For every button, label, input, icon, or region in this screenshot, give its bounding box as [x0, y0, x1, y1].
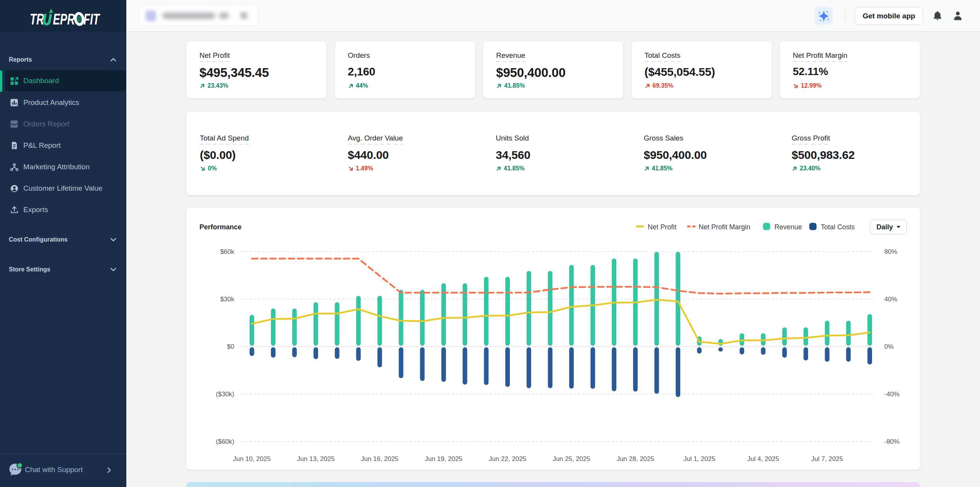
svg-text:Jun 16, 2025: Jun 16, 2025 — [361, 455, 399, 462]
svg-text:Jun 25, 2025: Jun 25, 2025 — [553, 455, 590, 462]
svg-text:Jun 10, 2025: Jun 10, 2025 — [233, 455, 271, 462]
svg-text:Jun 19, 2025: Jun 19, 2025 — [425, 455, 462, 462]
svg-text:$60k: $60k — [220, 248, 234, 255]
svg-text:Jun 22, 2025: Jun 22, 2025 — [489, 455, 526, 462]
svg-text:80%: 80% — [884, 248, 897, 255]
svg-text:FIT: FIT — [83, 11, 100, 27]
svg-text:EPR: EPR — [53, 11, 75, 27]
svg-text:$0: $0 — [227, 343, 234, 350]
svg-text:40%: 40% — [884, 296, 897, 303]
svg-text:Jun 13, 2025: Jun 13, 2025 — [297, 455, 335, 462]
svg-text:($30k): ($30k) — [216, 391, 234, 398]
svg-text:($60k): ($60k) — [216, 438, 234, 445]
svg-text:-40%: -40% — [884, 391, 900, 398]
svg-text:Jul 1, 2025: Jul 1, 2025 — [683, 455, 715, 462]
svg-text:-80%: -80% — [884, 438, 900, 445]
svg-text:Jul 4, 2025: Jul 4, 2025 — [747, 455, 779, 462]
svg-text:TR: TR — [30, 11, 44, 27]
svg-text:$30k: $30k — [220, 296, 234, 303]
svg-text:Jun 28, 2025: Jun 28, 2025 — [617, 455, 654, 462]
svg-text:Jul 7, 2025: Jul 7, 2025 — [811, 455, 843, 462]
svg-text:0%: 0% — [884, 343, 894, 350]
